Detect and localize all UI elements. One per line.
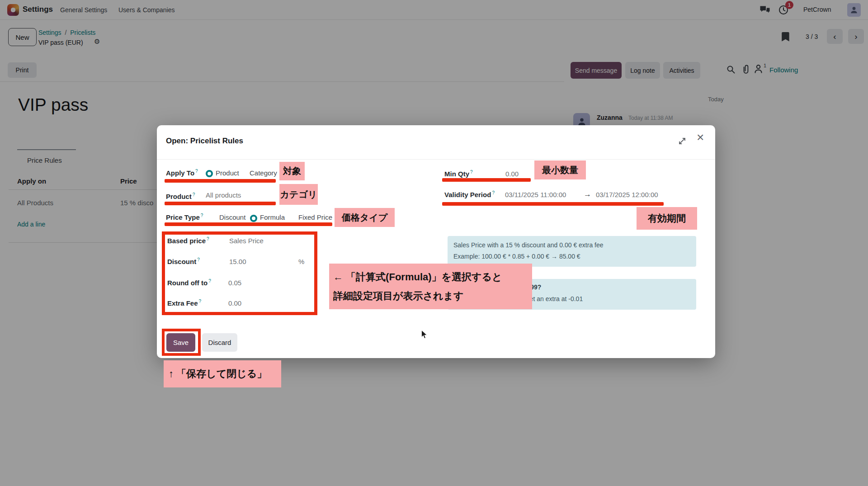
apply-to-category-option[interactable]: Category — [250, 169, 277, 177]
annotation-label-apply-to: 対象 — [279, 162, 305, 180]
price-type-discount-option[interactable]: Discount — [219, 213, 245, 221]
help-marker: ? — [193, 192, 195, 197]
product-input[interactable] — [206, 191, 283, 199]
min-qty-value[interactable]: 0.00 — [505, 170, 519, 178]
annotation-box-formula-fields — [162, 231, 317, 315]
expand-icon[interactable] — [678, 137, 686, 147]
mouse-cursor-icon — [421, 330, 428, 341]
annotation-label-validity: 有効期間 — [637, 207, 697, 230]
discard-button[interactable]: Discard — [202, 333, 237, 352]
screen: Settings General Settings Users & Compan… — [0, 0, 868, 486]
annotation-label-product: カテゴリ — [279, 184, 318, 205]
discount-info-line1: Sales Price with a 15 % discount and 0.0… — [453, 241, 604, 249]
help-marker: ? — [492, 190, 495, 195]
apply-to-product-radio[interactable] — [206, 170, 213, 177]
help-marker: ? — [201, 213, 203, 218]
discount-info-box: Sales Price with a 15 % discount and 0.0… — [448, 236, 696, 267]
annotation-underline-validity — [442, 202, 664, 206]
validity-arrow-icon: → — [584, 190, 591, 199]
annotation-label-price-type: 価格タイプ — [335, 208, 395, 227]
annotation-underline-price-type — [165, 222, 332, 226]
annotation-box-save — [162, 329, 201, 356]
annotation-note-formula-line2: 詳細設定項目が表示されます — [333, 287, 532, 306]
help-marker: ? — [470, 170, 473, 175]
price-type-formula-option[interactable]: Formula — [260, 213, 285, 221]
validity-period-label: Validity Period? — [444, 190, 495, 198]
annotation-note-formula: ← 「計算式(Formula)」を選択すると 詳細設定項目が表示されます — [329, 264, 532, 309]
annotation-underline-product — [165, 202, 276, 205]
product-label: Product? — [166, 192, 195, 200]
annotation-underline-min-qty — [442, 178, 531, 182]
annotation-note-save: ↑ 「保存して閉じる」 — [164, 360, 281, 387]
annotation-underline-apply-to — [165, 179, 276, 183]
help-marker: ? — [195, 169, 198, 174]
annotation-note-formula-line1: ← 「計算式(Formula)」を選択すると — [333, 268, 532, 287]
min-qty-label: Min Qty? — [444, 170, 473, 178]
validity-end-value[interactable]: 03/17/2025 12:00:00 — [596, 191, 658, 198]
modal-header-divider — [157, 159, 715, 160]
annotation-label-min-qty: 最小数量 — [534, 160, 586, 179]
price-type-label: Price Type? — [166, 213, 203, 221]
discount-info-line2: Example: 100.00 € * 0.85 + 0.00 € → 85.0… — [453, 253, 580, 260]
apply-to-label: Apply To? — [166, 169, 198, 177]
validity-start-value[interactable]: 03/11/2025 11:00:00 — [505, 191, 566, 198]
apply-to-product-option[interactable]: Product — [216, 169, 239, 177]
modal-title: Open: Pricelist Rules — [166, 137, 243, 146]
price-type-formula-radio[interactable] — [250, 215, 257, 222]
close-icon[interactable]: × — [697, 131, 704, 144]
price-type-fixed-option[interactable]: Fixed Price — [298, 213, 332, 221]
